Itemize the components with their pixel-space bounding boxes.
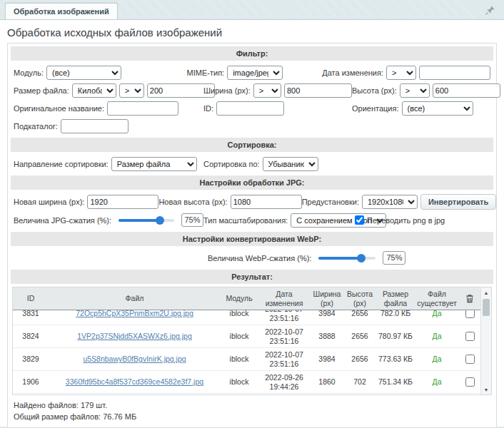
col-header-height[interactable]: Высота (px)	[343, 287, 376, 310]
cell-height: 2656	[343, 325, 376, 347]
webp-quality-label: Величина WebP-сжатия (%):	[208, 254, 311, 263]
width-value-input[interactable]	[284, 83, 352, 98]
col-header-width[interactable]: Ширина (px)	[311, 287, 343, 310]
table-row: 1906 3360fd95bc4a8f537cd369ce4582e3f7.jp…	[13, 371, 480, 394]
file-link[interactable]: u5S8nbawyB0fBgvInirK.jpg.jpg	[83, 355, 186, 364]
webp-row: Величина WebP-сжатия (%): 75%	[8, 249, 496, 267]
file-link[interactable]: 72Ocp5hCpX35PnmBxm2U.jpg.jpg	[76, 310, 193, 318]
page-title: Обработка исходных файлов изображений	[0, 20, 504, 43]
results-table-header: ID Файл Модуль Дата изменения Ширина (px…	[13, 287, 480, 310]
tab-label: Обработка изображений	[14, 7, 109, 16]
cell-id: 3829	[13, 348, 49, 370]
row-select-checkbox[interactable]	[465, 310, 475, 318]
png-to-jpg-label[interactable]: Переводить png в jpg	[367, 216, 445, 225]
col-header-module[interactable]: Модуль	[221, 287, 258, 310]
subdir-input[interactable]	[61, 119, 128, 133]
results-table-body[interactable]: 3831 72Ocp5hCpX35PnmBxm2U.jpg.jpg iblock…	[13, 310, 480, 394]
date-op-select[interactable]: >	[386, 66, 416, 80]
filter-section-header: Фильтр:	[11, 46, 493, 61]
cell-height: 702	[343, 371, 376, 393]
webp-quality-slider-fill	[318, 257, 361, 260]
cell-module: iblock	[221, 348, 258, 370]
total-size-text: Общий размер файлов: 76.76 МБ	[14, 412, 490, 423]
width-op-select[interactable]: >	[253, 83, 281, 98]
col-header-size[interactable]: Размер файла	[376, 287, 415, 310]
scroll-up-icon[interactable]: ▲	[481, 287, 491, 297]
new-width-label: Новая ширина (px):	[14, 198, 84, 206]
table-row: 3824 1VP2p37SNjdd5XASWXz6.jpg.jpg iblock…	[13, 325, 480, 348]
original-name-input[interactable]	[107, 101, 178, 116]
main-panel: Обработка исходных файлов изображений Фи…	[0, 19, 504, 427]
size-op-select[interactable]: >	[119, 83, 144, 98]
pin-icon[interactable]	[485, 5, 495, 16]
mime-select[interactable]: image/jpeg	[227, 66, 283, 80]
table-row: 3831 72Ocp5hCpX35PnmBxm2U.jpg.jpg iblock…	[13, 310, 480, 325]
new-height-input[interactable]	[231, 195, 302, 209]
col-header-file[interactable]: Файл	[49, 287, 221, 310]
webp-quality-slider[interactable]	[318, 257, 376, 260]
jpg-quality-label: Величина JPG-сжатия (%):	[14, 216, 111, 225]
scale-type-label: Тип масштабирования:	[203, 216, 288, 225]
scroll-down-icon[interactable]: ▼	[481, 384, 491, 394]
table-row: 3829 u5S8nbawyB0fBgvInirK.jpg.jpg iblock…	[13, 348, 480, 371]
cell-module: iblock	[221, 325, 258, 347]
sort-direction-label: Направление сортировки:	[14, 160, 109, 168]
cell-date: 2022-10-07 23:51:16	[258, 325, 311, 347]
scrollbar-track[interactable]	[481, 297, 491, 384]
original-name-label: Оригинальное название:	[14, 104, 104, 113]
row-select-checkbox[interactable]	[465, 377, 475, 387]
file-exists-badge: Да	[433, 355, 442, 364]
cell-height: 2656	[343, 348, 376, 370]
table-scrollbar[interactable]: ▲ ▼	[480, 287, 491, 394]
cell-id: 1906	[13, 371, 49, 393]
module-label: Модуль:	[14, 68, 44, 77]
date-value-input[interactable]	[419, 66, 490, 80]
row-select-checkbox[interactable]	[465, 332, 475, 341]
mime-label: MIME-тип:	[187, 68, 225, 77]
filter-row-2: Размер файла: Килобайт > Ширина (px): > …	[8, 81, 496, 99]
subdir-label: Подкаталог:	[14, 122, 58, 131]
sort-direction-select[interactable]: Размер файла	[111, 157, 197, 171]
webp-quality-value: 75%	[383, 251, 405, 265]
sorting-row: Направление сортировки: Размер файла Сор…	[8, 155, 496, 173]
file-size-label: Размер файла:	[14, 86, 69, 95]
size-unit-select[interactable]: Килобайт	[72, 83, 116, 98]
orientation-select[interactable]: (все)	[402, 101, 473, 116]
col-header-date[interactable]: Дата изменения	[258, 287, 311, 310]
found-files-text: Найдено файлов: 179 шт.	[14, 400, 490, 412]
webp-section-header: Настройки конвертирования WebP:	[11, 232, 493, 246]
col-header-id[interactable]: ID	[13, 287, 49, 310]
jpg-row-2: Величина JPG-сжатия (%): 75% Тип масштаб…	[8, 211, 496, 229]
scrollbar-thumb[interactable]	[483, 299, 490, 316]
jpg-quality-slider-thumb[interactable]	[156, 216, 164, 225]
tab-bar: Обработка изображений	[0, 0, 504, 19]
width-label: Ширина (px):	[203, 86, 251, 95]
module-select[interactable]: (все)	[46, 66, 121, 80]
png-to-jpg-checkbox[interactable]	[355, 215, 364, 225]
presets-select[interactable]: 1920x1080	[362, 195, 418, 209]
webp-quality-slider-thumb[interactable]	[357, 254, 366, 263]
cell-size: 751.34 КБ	[376, 371, 415, 393]
invert-button[interactable]: Инвертировать	[420, 194, 496, 210]
col-header-delete	[459, 287, 480, 310]
new-width-input[interactable]	[87, 195, 158, 209]
results-summary: Найдено файлов: 179 шт. Общий размер фай…	[8, 397, 496, 424]
col-header-exists[interactable]: Файл существует	[415, 287, 459, 310]
row-select-checkbox[interactable]	[465, 355, 475, 364]
file-link[interactable]: 1VP2p37SNjdd5XASWXz6.jpg.jpg	[77, 332, 192, 341]
cell-size: 773.63 КБ	[376, 348, 415, 370]
file-link[interactable]: 3360fd95bc4a8f537cd369ce4582e3f7.jpg	[66, 377, 203, 387]
sort-by-label: Сортировка по:	[203, 160, 260, 168]
height-value-input[interactable]	[433, 83, 500, 98]
id-input[interactable]	[216, 101, 284, 116]
jpg-row-1: Новая ширина (px): Новая высота (px): Пр…	[8, 193, 496, 211]
sort-by-select[interactable]: Убыванию	[263, 157, 318, 171]
jpg-quality-slider[interactable]	[119, 219, 174, 222]
height-op-select[interactable]: >	[400, 83, 430, 98]
filter-row-4: Подкаталог:	[8, 117, 496, 135]
settings-box: Фильтр: Модуль: (все) MIME-тип: image/jp…	[7, 43, 497, 428]
cell-module: iblock	[221, 371, 258, 393]
cell-date: 2022-10-07 23:51:16	[258, 310, 311, 325]
tab-image-processing[interactable]: Обработка изображений	[5, 3, 118, 19]
cell-width: 3984	[311, 348, 343, 370]
